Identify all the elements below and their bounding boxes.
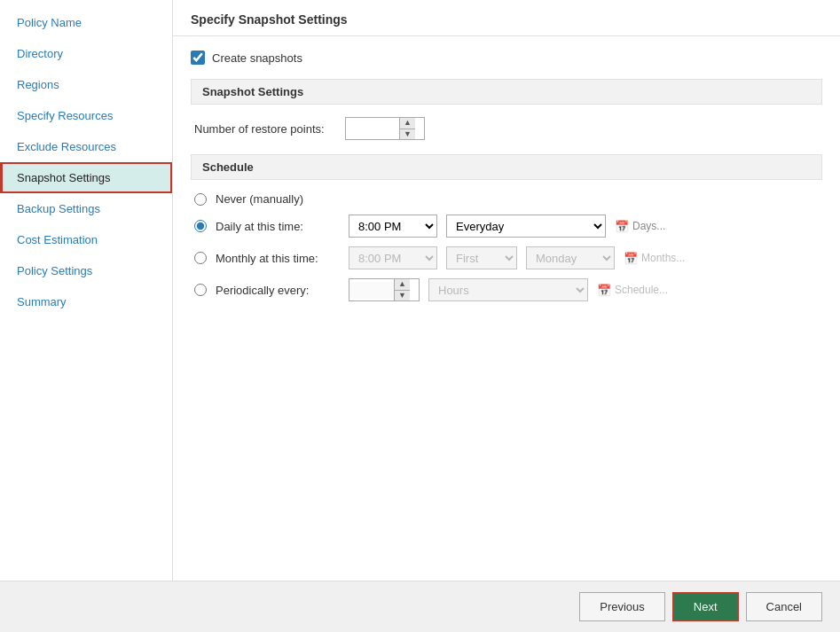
radio-daily-row: Daily at this time: 8:00 PM 12:00 AM 6:0… <box>191 215 822 238</box>
radio-periodically-row: Periodically every: 1 ▲ ▼ Hours Minutes … <box>191 278 822 301</box>
previous-button[interactable]: Previous <box>579 592 665 621</box>
monthly-time-select[interactable]: 8:00 PM <box>349 246 437 269</box>
restore-points-input[interactable]: 7 <box>346 121 399 137</box>
spinner-down[interactable]: ▼ <box>400 129 415 140</box>
cancel-button[interactable]: Cancel <box>746 592 822 621</box>
sidebar-item-specify-resources[interactable]: Specify Resources <box>0 100 172 131</box>
months-button: 📅 Months... <box>624 252 685 265</box>
radio-never[interactable] <box>194 193 207 206</box>
radio-periodically[interactable] <box>194 284 207 296</box>
create-snapshots-row: Create snapshots <box>191 51 822 65</box>
sidebar-item-regions[interactable]: Regions <box>0 69 172 100</box>
periodically-spinner-buttons: ▲ ▼ <box>394 279 410 300</box>
radio-monthly-row: Monthly at this time: 8:00 PM First Seco… <box>191 246 822 269</box>
daily-recurrence-select[interactable]: Everyday Weekdays Weekends <box>446 215 606 238</box>
create-snapshots-label: Create snapshots <box>212 51 302 65</box>
sidebar-item-cost-estimation[interactable]: Cost Estimation <box>0 224 172 255</box>
schedule-button-label: Schedule... <box>615 284 668 296</box>
schedule-section-header: Schedule <box>191 154 822 180</box>
periodically-spinner[interactable]: 1 ▲ ▼ <box>349 278 420 301</box>
monthly-day-select[interactable]: Monday Tuesday <box>526 246 615 269</box>
schedule-icon: 📅 <box>597 284 611 297</box>
daily-time-select[interactable]: 8:00 PM 12:00 AM 6:00 AM 12:00 PM <box>349 215 437 238</box>
days-button-label: Days... <box>632 220 665 232</box>
periodically-input[interactable]: 1 <box>349 282 394 299</box>
content-area: Specify Snapshot Settings Create snapsho… <box>173 0 840 581</box>
next-button[interactable]: Next <box>672 592 739 621</box>
restore-points-spinner[interactable]: 7 ▲ ▼ <box>345 117 425 140</box>
spinner-buttons: ▲ ▼ <box>399 118 415 139</box>
sidebar-item-exclude-resources[interactable]: Exclude Resources <box>0 131 172 162</box>
calendar-icon: 📅 <box>615 220 629 233</box>
schedule-section: Never (manually) Daily at this time: 8:0… <box>191 192 822 301</box>
calendar-months-icon: 📅 <box>624 252 638 265</box>
radio-daily-label: Daily at this time: <box>216 220 340 233</box>
content-body: Create snapshots Snapshot Settings Numbe… <box>173 36 840 324</box>
periodically-unit-select[interactable]: Hours Minutes Days <box>428 278 588 301</box>
radio-periodically-label: Periodically every: <box>216 284 340 297</box>
snapshot-settings-section-header: Snapshot Settings <box>191 79 822 105</box>
periodically-up[interactable]: ▲ <box>395 279 410 290</box>
radio-never-row: Never (manually) <box>191 192 822 206</box>
periodically-down[interactable]: ▼ <box>395 290 410 301</box>
sidebar: Policy NameDirectoryRegionsSpecify Resou… <box>0 0 173 581</box>
sidebar-item-backup-settings[interactable]: Backup Settings <box>0 193 172 224</box>
footer: Previous Next Cancel <box>0 581 840 632</box>
radio-never-label: Never (manually) <box>216 192 340 206</box>
sidebar-item-summary[interactable]: Summary <box>0 286 172 317</box>
sidebar-item-policy-settings[interactable]: Policy Settings <box>0 255 172 286</box>
restore-points-row: Number of restore points: 7 ▲ ▼ <box>191 117 822 140</box>
days-button[interactable]: 📅 Days... <box>615 220 665 233</box>
spinner-up[interactable]: ▲ <box>400 118 415 129</box>
page-title: Specify Snapshot Settings <box>173 0 840 36</box>
restore-points-label: Number of restore points: <box>194 122 336 136</box>
radio-monthly[interactable] <box>194 252 207 264</box>
sidebar-item-policy-name[interactable]: Policy Name <box>0 7 172 38</box>
schedule-button: 📅 Schedule... <box>597 284 668 297</box>
radio-daily[interactable] <box>194 220 207 232</box>
monthly-first-select[interactable]: First Second Third <box>446 246 517 269</box>
create-snapshots-checkbox[interactable] <box>191 51 205 65</box>
months-button-label: Months... <box>641 252 685 264</box>
sidebar-item-snapshot-settings[interactable]: Snapshot Settings <box>0 162 172 193</box>
sidebar-item-directory[interactable]: Directory <box>0 38 172 69</box>
radio-monthly-label: Monthly at this time: <box>216 252 340 265</box>
